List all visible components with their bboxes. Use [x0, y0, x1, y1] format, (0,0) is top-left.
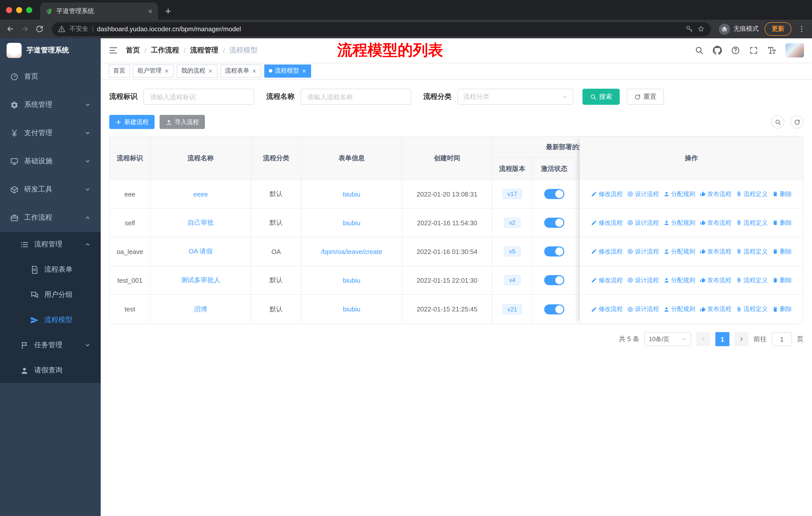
sidebar-item-payment[interactable]: 支付管理	[0, 119, 101, 147]
assign-rule-link[interactable]: 分配规则	[664, 247, 695, 256]
tab-close-icon[interactable]	[147, 8, 153, 14]
fullscreen-icon[interactable]	[749, 46, 758, 55]
breadcrumb-workflow[interactable]: 工作流程	[151, 46, 179, 55]
form-info-link[interactable]: biubiu	[343, 219, 360, 226]
back-button[interactable]	[6, 25, 14, 33]
new-tab-button[interactable]: +	[161, 3, 175, 19]
design-process-link[interactable]: 设计流程	[627, 190, 659, 198]
sidebar-item-leave-query[interactable]: 请假查询	[0, 358, 101, 383]
address-bar[interactable]: 不安全 dashboard.yudao.iocoder.cn/bpm/manag…	[52, 22, 711, 36]
assign-rule-link[interactable]: 分配规则	[664, 276, 695, 284]
process-name-link[interactable]: eeee	[193, 190, 208, 198]
goto-page-input[interactable]	[772, 332, 792, 346]
next-page-button[interactable]	[734, 332, 749, 346]
active-status-toggle[interactable]	[544, 246, 564, 256]
font-size-icon[interactable]	[767, 46, 776, 55]
design-process-link[interactable]: 设计流程	[627, 247, 659, 256]
publish-process-link[interactable]: 发布流程	[700, 247, 731, 256]
help-icon[interactable]	[731, 46, 740, 55]
assign-rule-link[interactable]: 分配规则	[664, 218, 695, 227]
breadcrumb-process-mgmt[interactable]: 流程管理	[190, 46, 219, 55]
assign-rule-link[interactable]: 分配规则	[664, 305, 695, 314]
modify-process-link[interactable]: 修改流程	[591, 247, 623, 256]
process-definition-link[interactable]: 流程定义	[736, 276, 768, 284]
create-process-button[interactable]: 新建流程	[109, 115, 154, 129]
tag-close-icon[interactable]	[164, 68, 169, 73]
tag-tenant-mgmt[interactable]: 租户管理	[133, 64, 174, 77]
window-zoom-button[interactable]	[26, 7, 32, 13]
delete-process-link[interactable]: 删除	[772, 305, 792, 314]
import-process-button[interactable]: 导入流程	[160, 115, 205, 129]
reload-button[interactable]	[35, 25, 44, 33]
publish-process-link[interactable]: 发布流程	[700, 218, 731, 227]
browser-tab[interactable]: 芋道管理系统	[40, 2, 158, 20]
process-key-input[interactable]	[143, 89, 254, 105]
reset-button[interactable]: 重置	[627, 89, 664, 105]
tag-close-icon[interactable]	[301, 68, 307, 73]
process-name-link[interactable]: OA 请假	[188, 247, 212, 256]
process-name-link[interactable]: 滔博	[194, 305, 207, 314]
breadcrumb-home[interactable]: 首页	[126, 46, 140, 55]
prev-page-button[interactable]	[696, 332, 710, 346]
process-definition-link[interactable]: 流程定义	[736, 218, 768, 227]
search-button[interactable]: 搜索	[582, 89, 620, 105]
tag-close-icon[interactable]	[252, 68, 257, 73]
process-definition-link[interactable]: 流程定义	[736, 190, 768, 198]
publish-process-link[interactable]: 发布流程	[700, 276, 731, 284]
delete-process-link[interactable]: 删除	[772, 190, 792, 198]
design-process-link[interactable]: 设计流程	[627, 305, 659, 314]
sidebar-item-infrastructure[interactable]: 基础设施	[0, 147, 101, 175]
sidebar-item-user-group[interactable]: 用户分组	[0, 282, 101, 307]
modify-process-link[interactable]: 修改流程	[591, 190, 623, 198]
page-size-select[interactable]: 10条/页	[644, 332, 691, 346]
sidebar-item-devtools[interactable]: 研发工具	[0, 175, 101, 203]
publish-process-link[interactable]: 发布流程	[700, 190, 731, 198]
form-info-link[interactable]: /bpm/oa/leave/create	[321, 248, 382, 255]
sidebar-collapse-icon[interactable]	[109, 46, 118, 55]
search-icon[interactable]	[695, 46, 704, 55]
sidebar-logo[interactable]: 芋道管理系统	[0, 38, 101, 62]
active-status-toggle[interactable]	[544, 304, 564, 314]
publish-process-link[interactable]: 发布流程	[700, 305, 731, 314]
design-process-link[interactable]: 设计流程	[627, 276, 659, 284]
browser-update-button[interactable]: 更新	[765, 22, 791, 36]
user-avatar[interactable]	[785, 43, 804, 57]
process-name-link[interactable]: 自己审批	[187, 218, 214, 227]
forward-button[interactable]	[21, 25, 29, 33]
modify-process-link[interactable]: 修改流程	[591, 276, 623, 284]
browser-menu-icon[interactable]	[798, 25, 806, 33]
refresh-table-button[interactable]	[790, 115, 804, 129]
window-minimize-button[interactable]	[16, 7, 22, 13]
delete-process-link[interactable]: 删除	[772, 247, 792, 256]
form-info-link[interactable]: biubiu	[343, 305, 360, 313]
form-info-link[interactable]: biubiu	[343, 190, 360, 198]
process-name-input[interactable]	[300, 89, 411, 105]
sidebar-item-process-model[interactable]: 流程模型	[0, 307, 101, 332]
delete-process-link[interactable]: 删除	[772, 276, 792, 284]
active-status-toggle[interactable]	[544, 218, 564, 228]
sidebar-item-workflow[interactable]: 工作流程	[0, 203, 101, 232]
modify-process-link[interactable]: 修改流程	[591, 305, 623, 314]
active-status-toggle[interactable]	[544, 275, 564, 285]
active-status-toggle[interactable]	[544, 189, 564, 199]
tag-close-icon[interactable]	[208, 68, 213, 73]
process-name-link[interactable]: 测试多审批人	[181, 276, 220, 285]
tag-process-model[interactable]: 流程模型	[264, 64, 311, 77]
assign-rule-link[interactable]: 分配规则	[664, 190, 695, 198]
form-info-link[interactable]: biubiu	[343, 276, 360, 284]
process-definition-link[interactable]: 流程定义	[736, 247, 768, 256]
category-select[interactable]: 流程分类	[458, 89, 573, 105]
tag-process-form[interactable]: 流程表单	[221, 64, 261, 77]
tag-my-process[interactable]: 我的流程	[177, 64, 218, 77]
current-page-button[interactable]: 1	[715, 332, 729, 346]
sidebar-item-task-mgmt[interactable]: 任务管理	[0, 332, 101, 358]
password-key-icon[interactable]	[686, 25, 693, 33]
window-close-button[interactable]	[6, 7, 12, 13]
toggle-search-button[interactable]	[771, 115, 784, 129]
github-icon[interactable]	[713, 46, 722, 55]
tag-home[interactable]: 首页	[109, 64, 130, 77]
sidebar-item-process-mgmt[interactable]: 流程管理	[0, 232, 101, 257]
sidebar-item-process-form[interactable]: 流程表单	[0, 257, 101, 282]
delete-process-link[interactable]: 删除	[772, 218, 792, 227]
process-definition-link[interactable]: 流程定义	[736, 305, 768, 314]
